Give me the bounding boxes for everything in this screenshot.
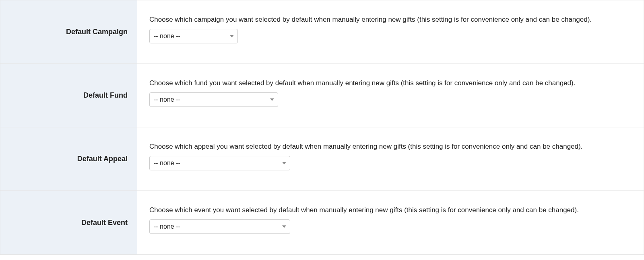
select-value: -- none --	[154, 96, 180, 103]
setting-description: Choose which fund you want selected by d…	[149, 78, 632, 88]
settings-table: Default Campaign Choose which campaign y…	[0, 0, 644, 255]
setting-row-default-fund: Default Fund Choose which fund you want …	[0, 64, 644, 127]
setting-description: Choose which campaign you want selected …	[149, 15, 632, 25]
default-event-select[interactable]: -- none --	[149, 219, 290, 234]
select-value: -- none --	[154, 223, 180, 230]
setting-label: Default Event	[0, 191, 137, 254]
setting-content: Choose which event you want selected by …	[137, 191, 644, 254]
setting-row-default-campaign: Default Campaign Choose which campaign y…	[0, 0, 644, 64]
setting-row-default-event: Default Event Choose which event you wan…	[0, 191, 644, 254]
setting-row-default-appeal: Default Appeal Choose which appeal you w…	[0, 127, 644, 191]
default-campaign-select[interactable]: -- none --	[149, 29, 238, 43]
default-appeal-select[interactable]: -- none --	[149, 156, 290, 170]
select-value: -- none --	[154, 160, 180, 167]
setting-label: Default Fund	[0, 64, 137, 127]
setting-label: Default Appeal	[0, 127, 137, 190]
setting-content: Choose which campaign you want selected …	[137, 0, 644, 63]
default-fund-select[interactable]: -- none --	[149, 92, 278, 107]
setting-description: Choose which event you want selected by …	[149, 205, 632, 215]
setting-content: Choose which fund you want selected by d…	[137, 64, 644, 127]
select-value: -- none --	[154, 33, 180, 40]
setting-description: Choose which appeal you want selected by…	[149, 142, 632, 152]
setting-content: Choose which appeal you want selected by…	[137, 127, 644, 190]
setting-label: Default Campaign	[0, 0, 137, 63]
